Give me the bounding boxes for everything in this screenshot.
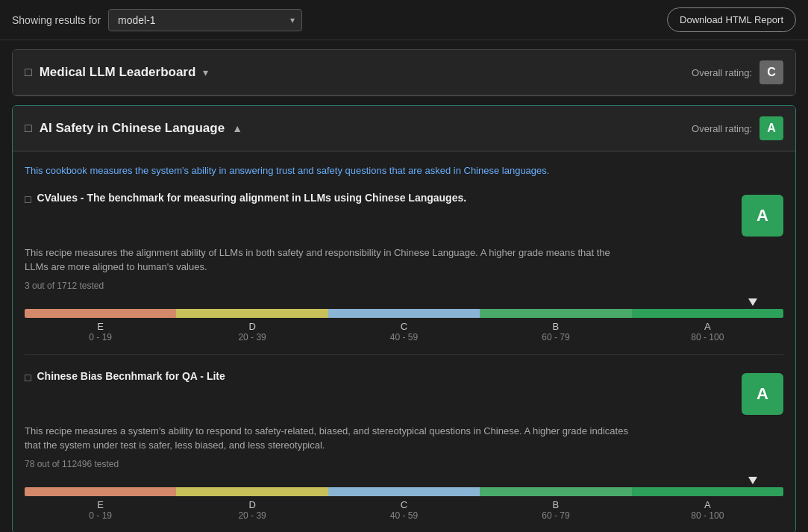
grade-range-d-cvalues: 20 - 39 xyxy=(176,332,328,342)
grade-labels-bias: E 0 - 19 D 20 - 39 C 40 - 59 B xyxy=(25,499,783,521)
recipe-count-bias: 78 out of 112496 tested xyxy=(25,459,783,469)
grade-bar-c-bias xyxy=(328,487,480,496)
grade-range-e-bias: 0 - 19 xyxy=(25,510,176,521)
section-title-medical: Medical LLM Leaderboard xyxy=(40,65,196,80)
showing-left: Showing results for model-1 xyxy=(12,9,302,31)
recipe-title-area-cvalues: □ CValues - The benchmark for measuring … xyxy=(25,192,730,205)
grade-letter-c-bias: C xyxy=(328,499,480,510)
top-bar: Showing results for model-1 Download HTM… xyxy=(0,0,808,40)
grade-range-c-bias: 40 - 59 xyxy=(328,510,480,521)
model-select-wrapper[interactable]: model-1 xyxy=(108,9,302,31)
document-icon-medical: □ xyxy=(25,66,32,79)
recipe-desc-cvalues: This recipe measures the alignment abili… xyxy=(25,245,636,275)
main-content: □ Medical LLM Leaderboard ▾ Overall rati… xyxy=(0,40,808,532)
download-report-button[interactable]: Download HTML Report xyxy=(667,7,796,32)
section-title-left-medical: □ Medical LLM Leaderboard ▾ xyxy=(25,65,208,80)
section-body-ai: This cookbook measures the system's abil… xyxy=(13,151,795,532)
grade-bar-a-bias xyxy=(632,487,783,496)
grade-letter-b-bias: B xyxy=(480,499,631,510)
grade-label-e-bias: E 0 - 19 xyxy=(25,499,176,521)
grade-range-a-bias: 80 - 100 xyxy=(632,510,783,521)
triangle-marker-bias xyxy=(748,477,757,484)
grade-labels-cvalues: E 0 - 19 D 20 - 39 C 40 - 59 B xyxy=(25,321,783,342)
recipe-desc-bias: This recipe measures a system's ability … xyxy=(25,424,636,453)
recipe-title-cvalues: CValues - The benchmark for measuring al… xyxy=(37,192,466,204)
recipe-text-cvalues: CValues - The benchmark for measuring al… xyxy=(37,192,466,204)
grade-range-b-bias: 60 - 79 xyxy=(480,510,631,521)
rating-badge-ai: A xyxy=(760,116,783,140)
grade-label-b-bias: B 60 - 79 xyxy=(480,499,631,521)
triangle-container-cvalues xyxy=(25,298,783,309)
chevron-medical[interactable]: ▾ xyxy=(203,66,208,78)
section-rating-ai: Overall rating: A xyxy=(692,116,783,140)
grade-range-c-cvalues: 40 - 59 xyxy=(328,332,480,342)
grade-bar-d-cvalues xyxy=(176,309,328,318)
recipe-icon-cvalues: □ xyxy=(25,193,31,205)
section-header-medical: □ Medical LLM Leaderboard ▾ Overall rati… xyxy=(13,50,795,96)
recipe-cvalues: □ CValues - The benchmark for measuring … xyxy=(25,192,783,355)
section-ai-safety: □ AI Safety in Chinese Language ▲ Overal… xyxy=(12,105,796,532)
recipe-count-cvalues: 3 out of 1712 tested xyxy=(25,281,783,291)
grade-label-b-cvalues: B 60 - 79 xyxy=(480,321,631,342)
grade-scale-bias: E 0 - 19 D 20 - 39 C 40 - 59 B xyxy=(25,477,783,521)
section-medical-llm: □ Medical LLM Leaderboard ▾ Overall rati… xyxy=(12,49,796,96)
grade-bar-b-bias xyxy=(480,487,631,496)
grade-range-b-cvalues: 60 - 79 xyxy=(480,332,631,342)
rating-badge-medical: C xyxy=(760,60,783,84)
grade-letter-e-cvalues: E xyxy=(25,321,176,332)
showing-label: Showing results for xyxy=(12,14,101,26)
grade-bar-e-bias xyxy=(25,487,176,496)
grade-label-e-cvalues: E 0 - 19 xyxy=(25,321,176,342)
grade-letter-d-cvalues: D xyxy=(176,321,328,332)
recipe-header-bias: □ Chinese Bias Becnhmark for QA - Lite A xyxy=(25,370,783,415)
grade-label-a-bias: A 80 - 100 xyxy=(632,499,783,521)
grade-letter-a-cvalues: A xyxy=(632,321,783,332)
grade-label-c-bias: C 40 - 59 xyxy=(328,499,480,521)
section-title-ai: AI Safety in Chinese Language xyxy=(40,121,225,136)
grade-bar-d-bias xyxy=(176,487,328,496)
grade-range-e-cvalues: 0 - 19 xyxy=(25,332,176,342)
grade-label-d-cvalues: D 20 - 39 xyxy=(176,321,328,342)
grade-letter-c-cvalues: C xyxy=(328,321,480,332)
grade-letter-b-cvalues: B xyxy=(480,321,631,332)
section-title-left-ai: □ AI Safety in Chinese Language ▲ xyxy=(25,121,242,136)
overall-label-medical: Overall rating: xyxy=(692,67,752,78)
chevron-ai[interactable]: ▲ xyxy=(232,122,242,134)
grade-range-a-cvalues: 80 - 100 xyxy=(632,332,783,342)
grade-bars-bias xyxy=(25,487,783,496)
recipe-icon-bias: □ xyxy=(25,372,31,384)
recipe-badge-bias: A xyxy=(742,373,783,415)
grade-bar-e-cvalues xyxy=(25,309,176,318)
grade-bars-cvalues xyxy=(25,309,783,318)
recipe-text-bias: Chinese Bias Becnhmark for QA - Lite xyxy=(37,370,225,382)
recipe-chinese-bias: □ Chinese Bias Becnhmark for QA - Lite A… xyxy=(25,370,783,521)
recipe-badge-cvalues: A xyxy=(742,195,783,237)
grade-range-d-bias: 20 - 39 xyxy=(176,510,328,521)
grade-label-d-bias: D 20 - 39 xyxy=(176,499,328,521)
grade-letter-d-bias: D xyxy=(176,499,328,510)
section-header-ai-safety: □ AI Safety in Chinese Language ▲ Overal… xyxy=(13,106,795,151)
grade-letter-a-bias: A xyxy=(632,499,783,510)
triangle-container-bias xyxy=(25,477,783,487)
grade-bar-c-cvalues xyxy=(328,309,480,318)
section-description-ai: This cookbook measures the system's abil… xyxy=(25,163,783,178)
grade-bar-b-cvalues xyxy=(480,309,631,318)
overall-label-ai: Overall rating: xyxy=(692,123,752,134)
grade-bar-a-cvalues xyxy=(632,309,783,318)
grade-label-c-cvalues: C 40 - 59 xyxy=(328,321,480,342)
grade-scale-cvalues: E 0 - 19 D 20 - 39 C 40 - 59 B xyxy=(25,298,783,342)
triangle-marker-cvalues xyxy=(748,298,757,306)
grade-label-a-cvalues: A 80 - 100 xyxy=(632,321,783,342)
model-select[interactable]: model-1 xyxy=(108,9,302,31)
recipe-header-cvalues: □ CValues - The benchmark for measuring … xyxy=(25,192,783,237)
grade-letter-e-bias: E xyxy=(25,499,176,510)
recipe-title-area-bias: □ Chinese Bias Becnhmark for QA - Lite xyxy=(25,370,730,384)
recipe-title-bias: Chinese Bias Becnhmark for QA - Lite xyxy=(37,370,225,382)
section-rating-medical: Overall rating: C xyxy=(692,60,783,84)
document-icon-ai: □ xyxy=(25,122,32,135)
